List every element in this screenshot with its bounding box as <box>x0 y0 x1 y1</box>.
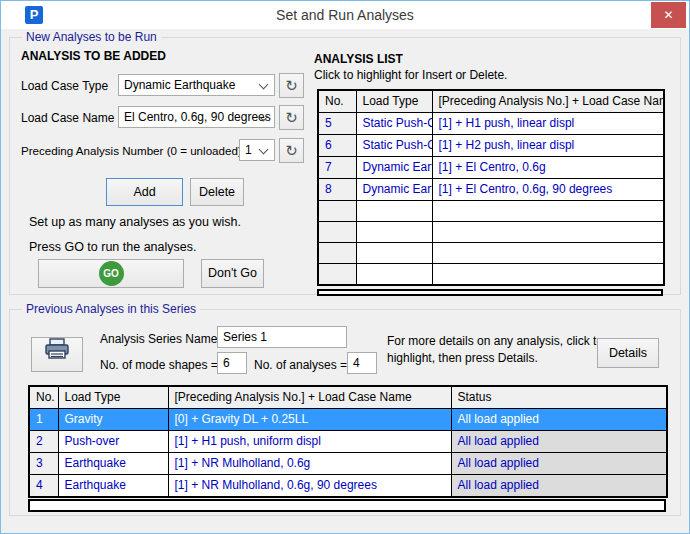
cell-load-type[interactable]: Gravity <box>58 409 168 431</box>
cell-case-name[interactable] <box>432 264 664 285</box>
cell-load-type[interactable]: Earthquake <box>58 475 168 498</box>
cell-load-type[interactable] <box>356 264 432 285</box>
cell-load-type[interactable]: Push-over <box>58 431 168 453</box>
cell-case-name[interactable] <box>432 222 664 243</box>
load-case-name-label: Load Case Name <box>21 111 114 125</box>
previous-analysis-row[interactable]: 3Earthquake[1] + NR Mulholland, 0.6gAll … <box>29 453 667 475</box>
cell-status[interactable]: All load applied <box>451 453 667 475</box>
previous-analysis-row[interactable]: 2Push-over[1] + H1 push, uniform displAl… <box>29 431 667 453</box>
cell-load-type[interactable] <box>356 222 432 243</box>
cell-case-name[interactable]: [0] + Gravity DL + 0.25LL <box>168 409 451 431</box>
cell-load-type[interactable]: Earthquake <box>58 453 168 475</box>
cell-no[interactable]: 8 <box>318 179 356 201</box>
cell-case-name[interactable]: [1] + NR Mulholland, 0.6g, 90 degrees <box>168 475 451 498</box>
cell-no[interactable]: 5 <box>318 113 356 135</box>
cell-case-name[interactable]: [1] + H2 push, linear displ <box>432 135 664 157</box>
refresh-load-case-type-button[interactable]: ↻ <box>279 73 304 98</box>
cell-load-type[interactable]: Static Push-Ov... <box>356 113 432 135</box>
analysis-list-row[interactable]: 7Dynamic Earthq...[1] + El Centro, 0.6g <box>318 157 664 179</box>
cell-case-name[interactable] <box>432 201 664 222</box>
cell-case-name[interactable]: [1] + NR Mulholland, 0.6g <box>168 453 451 475</box>
col-status: Status <box>451 386 667 409</box>
cell-load-type[interactable]: Dynamic Earthq... <box>356 179 432 201</box>
cell-load-type[interactable] <box>356 243 432 264</box>
analysis-list-row[interactable]: 6Static Push-Ov...[1] + H2 push, linear … <box>318 135 664 157</box>
mode-shapes-label: No. of mode shapes = <box>100 358 218 372</box>
analysis-list-bottom-strip <box>317 289 663 296</box>
cell-no[interactable] <box>318 201 356 222</box>
refresh-load-case-name-button[interactable]: ↻ <box>279 105 304 130</box>
close-icon[interactable]: ✕ <box>651 2 686 28</box>
cell-no[interactable]: 2 <box>29 431 58 453</box>
cell-no[interactable]: 1 <box>29 409 58 431</box>
cell-case-name[interactable]: [1] + H1 push, uniform displ <box>168 431 451 453</box>
note-press-go: Press GO to run the analyses. <box>29 240 196 254</box>
analysis-list-header-row: No. Load Type [Preceding Analysis No.] +… <box>318 90 664 113</box>
cell-load-type[interactable]: Dynamic Earthq... <box>356 157 432 179</box>
details-note-line1: For more details on any analysis, click … <box>387 334 603 348</box>
col-load-type: Load Type <box>58 386 168 409</box>
preceding-number-label: Preceding Analysis Number (0 = unloaded) <box>21 144 242 157</box>
load-case-type-value: Dynamic Earthquake <box>124 78 235 92</box>
analysis-list-subheading: Click to highlight for Insert or Delete. <box>314 68 507 82</box>
cell-status[interactable]: All load applied <box>451 409 667 431</box>
previous-analysis-row[interactable]: 1Gravity[0] + Gravity DL + 0.25LLAll loa… <box>29 409 667 431</box>
previous-analysis-row[interactable]: 4Earthquake[1] + NR Mulholland, 0.6g, 90… <box>29 475 667 498</box>
analysis-list-row[interactable]: 8Dynamic Earthq...[1] + El Centro, 0.6g,… <box>318 179 664 201</box>
col-case-name: [Preceding Analysis No.] + Load Case Nam… <box>168 386 451 409</box>
analysis-list-row[interactable] <box>318 243 664 264</box>
refresh-preceding-number-button[interactable]: ↻ <box>279 138 304 163</box>
cell-no[interactable] <box>318 243 356 264</box>
col-no: No. <box>29 386 58 409</box>
printer-icon <box>44 338 70 360</box>
cell-load-type[interactable] <box>356 201 432 222</box>
mode-shapes-input[interactable]: 6 <box>217 352 247 374</box>
delete-button[interactable]: Delete <box>190 178 244 206</box>
analysis-to-be-added-heading: ANALYSIS TO BE ADDED <box>21 49 166 63</box>
col-case-name: [Preceding Analysis No.] + Load Case Nam… <box>432 90 664 113</box>
cell-status[interactable]: All load applied <box>451 475 667 498</box>
analysis-list-row[interactable] <box>318 201 664 222</box>
cell-no[interactable]: 6 <box>318 135 356 157</box>
col-load-type: Load Type <box>356 90 432 113</box>
go-button[interactable]: GO <box>38 259 184 288</box>
group-previous-title: Previous Analyses in this Series <box>22 302 200 316</box>
analysis-list-table: No. Load Type [Preceding Analysis No.] +… <box>317 89 665 286</box>
cell-no[interactable] <box>318 264 356 285</box>
previous-analyses-table: No. Load Type [Preceding Analysis No.] +… <box>28 385 668 498</box>
analysis-list-heading: ANALYSIS LIST <box>314 52 403 66</box>
details-note-line2: highlight, then press Details. <box>387 351 538 365</box>
group-new-title: New Analyses to be Run <box>22 30 161 44</box>
go-icon: GO <box>99 261 124 286</box>
preceding-number-select[interactable]: 1 <box>239 139 275 161</box>
cell-no[interactable]: 7 <box>318 157 356 179</box>
load-case-name-select[interactable]: El Centro, 0.6g, 90 degrees <box>118 106 275 128</box>
analysis-list-row[interactable]: 5Static Push-Ov...[1] + H1 push, linear … <box>318 113 664 135</box>
cell-case-name[interactable]: [1] + El Centro, 0.6g <box>432 157 664 179</box>
num-analyses-input[interactable]: 4 <box>347 352 377 374</box>
cell-status[interactable]: All load applied <box>451 431 667 453</box>
cell-no[interactable]: 4 <box>29 475 58 498</box>
cell-no[interactable]: 3 <box>29 453 58 475</box>
cell-no[interactable] <box>318 222 356 243</box>
load-case-type-select[interactable]: Dynamic Earthquake <box>118 74 275 96</box>
dont-go-button[interactable]: Don't Go <box>201 259 264 288</box>
print-button[interactable] <box>31 337 83 372</box>
chevron-down-icon <box>259 80 269 90</box>
analysis-list-row[interactable] <box>318 264 664 285</box>
previous-table-bottom-strip <box>28 499 666 512</box>
details-button[interactable]: Details <box>597 338 659 368</box>
note-setup: Set up as many analyses as you wish. <box>29 215 241 229</box>
cell-load-type[interactable]: Static Push-Ov... <box>356 135 432 157</box>
cell-case-name[interactable]: [1] + H1 push, linear displ <box>432 113 664 135</box>
series-name-input[interactable]: Series 1 <box>217 326 347 348</box>
title-bar: P Set and Run Analyses ✕ <box>1 1 689 29</box>
load-case-type-label: Load Case Type <box>21 79 108 93</box>
add-button[interactable]: Add <box>106 178 183 206</box>
cell-case-name[interactable] <box>432 243 664 264</box>
preceding-number-value: 1 <box>245 143 252 157</box>
cell-case-name[interactable]: [1] + El Centro, 0.6g, 90 degrees <box>432 179 664 201</box>
analysis-list-row[interactable] <box>318 222 664 243</box>
num-analyses-label: No. of analyses = <box>254 358 347 372</box>
series-name-label: Analysis Series Name = <box>100 332 228 346</box>
